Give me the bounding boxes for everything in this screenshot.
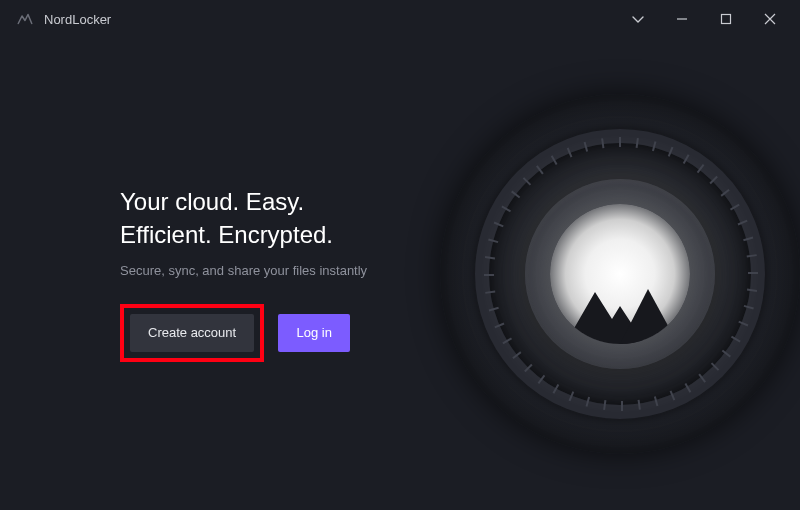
login-button[interactable]: Log in bbox=[278, 314, 350, 352]
headline-line-2: Efficient. Encrypted. bbox=[120, 219, 400, 251]
dial-glow-core bbox=[550, 204, 690, 344]
titlebar-left: NordLocker bbox=[16, 10, 111, 28]
welcome-pane: Your cloud. Easy. Efficient. Encrypted. … bbox=[0, 38, 420, 510]
artwork-pane bbox=[420, 38, 800, 510]
headline: Your cloud. Easy. Efficient. Encrypted. bbox=[120, 186, 400, 251]
minimize-button[interactable] bbox=[660, 3, 704, 35]
headline-line-1: Your cloud. Easy. bbox=[120, 186, 400, 218]
svg-rect-1 bbox=[722, 15, 731, 24]
close-button[interactable] bbox=[748, 3, 792, 35]
app-logo-icon bbox=[16, 10, 34, 28]
subheadline: Secure, sync, and share your files insta… bbox=[120, 263, 400, 278]
window-controls bbox=[616, 3, 792, 35]
highlight-annotation: Create account bbox=[120, 304, 264, 362]
titlebar: NordLocker bbox=[0, 0, 800, 38]
auth-buttons: Create account Log in bbox=[120, 304, 400, 362]
chevron-down-icon[interactable] bbox=[616, 3, 660, 35]
app-title: NordLocker bbox=[44, 12, 111, 27]
content-area: Your cloud. Easy. Efficient. Encrypted. … bbox=[0, 38, 800, 510]
create-account-button[interactable]: Create account bbox=[130, 314, 254, 352]
vault-dial-illustration bbox=[400, 54, 800, 494]
maximize-button[interactable] bbox=[704, 3, 748, 35]
